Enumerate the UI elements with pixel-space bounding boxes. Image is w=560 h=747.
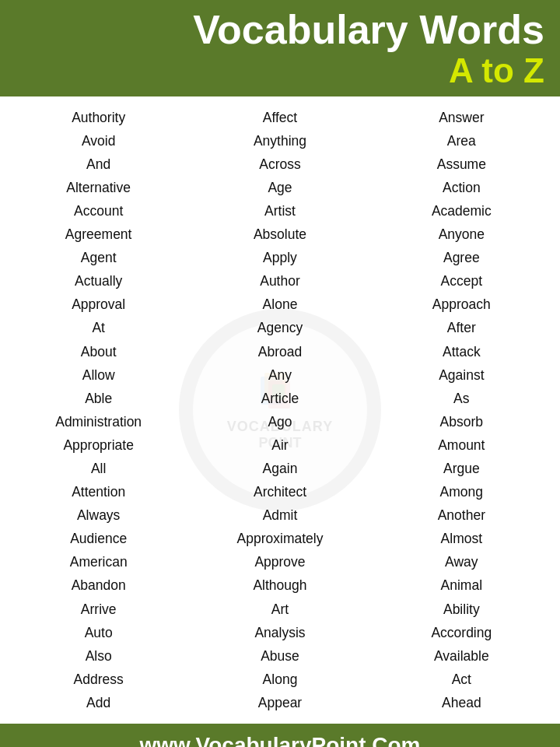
list-item: Agency (257, 316, 303, 339)
list-item: Approve (254, 550, 305, 573)
list-item: Always (77, 503, 120, 527)
list-item: Able (85, 387, 112, 410)
column-3: AnswerAreaAssumeActionAcademicAnyoneAgre… (371, 106, 552, 714)
list-item: Action (443, 176, 481, 199)
list-item: Attention (72, 480, 125, 503)
column-2: AffectAnythingAcrossAgeArtistAbsoluteApp… (189, 106, 370, 714)
list-item: Artist (264, 199, 296, 223)
list-item: Appear (258, 691, 302, 714)
list-item: Act (452, 668, 471, 691)
list-item: Audience (70, 527, 127, 550)
column-1: AuthorityAvoidAndAlternativeAccountAgree… (8, 106, 189, 714)
list-item: Address (74, 668, 124, 691)
list-item: After (447, 316, 476, 339)
list-item: Although (253, 573, 306, 597)
list-item: Anyone (439, 223, 485, 246)
words-grid: AuthorityAvoidAndAlternativeAccountAgree… (0, 103, 560, 717)
list-item: Accept (441, 269, 483, 293)
footer: www.VocabularyPoint.Com (0, 724, 560, 747)
list-item: And (86, 153, 110, 176)
list-item: Admit (263, 503, 298, 527)
list-item: Appropriate (63, 433, 133, 457)
list-item: Approach (432, 293, 491, 316)
list-item: Auto (85, 621, 113, 644)
list-item: Affect (263, 106, 297, 129)
list-item: Author (260, 269, 300, 293)
list-item: Allow (82, 363, 115, 387)
list-item: All (91, 457, 106, 480)
header: Vocabulary Words A to Z (0, 0, 560, 96)
list-item: Against (439, 363, 484, 387)
list-item: Absorb (440, 410, 483, 433)
list-item: Absolute (254, 223, 306, 246)
list-item: Answer (439, 106, 484, 129)
list-item: Air (271, 433, 288, 457)
list-item: Any (268, 363, 292, 387)
list-item: Ago (268, 410, 292, 433)
list-item: Academic (432, 199, 492, 223)
list-item: Article (261, 387, 299, 410)
header-subtitle: A to Z (16, 52, 544, 89)
list-item: Another (438, 503, 485, 527)
list-item: Area (447, 129, 476, 153)
list-item: Alternative (66, 176, 131, 199)
list-item: Approval (72, 293, 125, 316)
content-area: VOCABULARY POINT AuthorityAvoidAndAltern… (0, 96, 560, 724)
list-item: As (453, 387, 469, 410)
list-item: Argue (443, 457, 480, 480)
list-item: Agreement (65, 223, 132, 246)
list-item: Ability (443, 598, 480, 621)
list-item: Administration (55, 410, 142, 433)
list-item: Actually (75, 269, 122, 293)
list-item: Analysis (254, 621, 305, 644)
list-item: Apply (263, 246, 297, 269)
list-item: Account (74, 199, 123, 223)
list-item: Abroad (258, 340, 302, 363)
list-item: Alone (263, 293, 298, 316)
list-item: Also (86, 644, 112, 668)
header-title: Vocabulary Words (16, 8, 544, 52)
list-item: Agent (81, 246, 117, 269)
list-item: Along (263, 668, 298, 691)
list-item: Art (271, 598, 289, 621)
list-item: Arrive (81, 598, 117, 621)
list-item: Age (268, 176, 292, 199)
list-item: At (92, 316, 105, 339)
list-item: Almost (441, 527, 482, 550)
list-item: Anything (254, 129, 306, 153)
list-item: Away (445, 550, 478, 573)
list-item: Approximately (237, 527, 324, 550)
list-item: American (70, 550, 128, 573)
list-item: About (81, 340, 117, 363)
list-item: Authority (72, 106, 125, 129)
list-item: Attack (443, 340, 481, 363)
list-item: Ahead (442, 691, 481, 714)
list-item: Among (440, 480, 483, 503)
list-item: According (431, 621, 492, 644)
footer-url: www.VocabularyPoint.Com (140, 733, 421, 747)
list-item: Again (263, 457, 298, 480)
list-item: Available (434, 644, 489, 668)
list-item: Architect (254, 480, 306, 503)
list-item: Animal (441, 573, 483, 597)
list-item: Agree (443, 246, 480, 269)
list-item: Abuse (261, 644, 299, 668)
list-item: Abandon (72, 573, 126, 597)
list-item: Avoid (82, 129, 115, 153)
list-item: Across (259, 153, 300, 176)
list-item: Amount (438, 433, 485, 457)
list-item: Assume (437, 153, 486, 176)
list-item: Add (86, 691, 110, 714)
